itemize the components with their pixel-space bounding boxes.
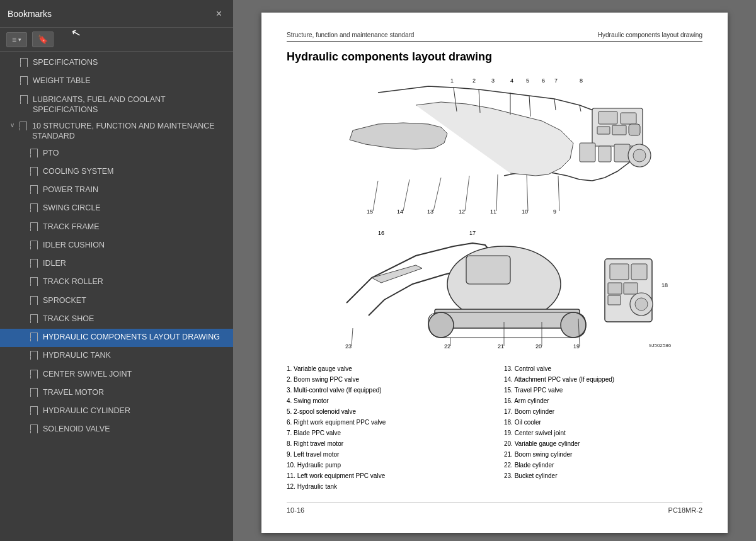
bookmark-ribbon-icon xyxy=(30,259,39,270)
svg-rect-50 xyxy=(608,283,622,294)
svg-line-24 xyxy=(580,105,581,111)
sidebar-item-cooling-system[interactable]: COOLING SYSTEM xyxy=(0,163,233,181)
legend-column-1: 1. Variable gauge valve2. Boom swing PPC… xyxy=(287,363,485,492)
svg-text:23: 23 xyxy=(345,343,352,350)
bookmark-label: HYDRAULIC TANK xyxy=(43,350,111,360)
sidebar-item-track-shoe[interactable]: TRACK SHOE xyxy=(0,310,233,329)
svg-text:9: 9 xyxy=(553,208,556,215)
svg-line-36 xyxy=(496,174,498,211)
svg-text:9J502586: 9J502586 xyxy=(649,343,672,348)
svg-line-33 xyxy=(403,179,410,211)
sidebar-close-button[interactable]: × xyxy=(212,7,226,21)
sidebar-item-track-roller[interactable]: TRACK ROLLER xyxy=(0,273,233,292)
svg-line-32 xyxy=(373,181,378,211)
svg-rect-54 xyxy=(608,295,621,305)
bookmark-label: POWER TRAIN xyxy=(43,185,98,195)
sidebar-item-hydraulic-components[interactable]: HYDRAULIC COMPONENTS LAYOUT DRAWING xyxy=(0,329,233,347)
bookmark-ribbon-icon xyxy=(30,185,39,196)
header-left: Structure, function and maintenance stan… xyxy=(287,31,414,38)
sidebar-item-power-train[interactable]: POWER TRAIN xyxy=(0,181,233,200)
bookmark-icon: 🔖 xyxy=(38,35,48,44)
bookmark-ribbon-icon xyxy=(20,76,29,88)
bookmark-label: SWING CIRCLE xyxy=(43,203,101,213)
svg-text:5: 5 xyxy=(526,77,529,84)
bookmark-ribbon-icon xyxy=(20,95,29,106)
svg-rect-14 xyxy=(580,143,595,162)
bookmark-label: TRACK ROLLER xyxy=(43,276,103,287)
sidebar-item-lubricants[interactable]: LUBRICANTS, FUEL AND COOLANT SPECIFICATI… xyxy=(0,91,233,118)
svg-text:19: 19 xyxy=(573,343,580,350)
svg-text:16: 16 xyxy=(378,230,384,236)
sidebar-toolbar: ≡ ▾ 🔖 ↖ xyxy=(0,28,233,52)
svg-text:10: 10 xyxy=(522,208,528,215)
bookmark-ribbon-icon xyxy=(30,149,39,160)
legend-item: 4. Swing motor xyxy=(287,396,485,406)
svg-text:15: 15 xyxy=(367,208,373,215)
bookmark-label: TRAVEL MOTOR xyxy=(43,387,104,397)
svg-text:14: 14 xyxy=(397,208,403,215)
svg-text:17: 17 xyxy=(469,230,476,236)
legend-item: 7. Blade PPC valve xyxy=(287,428,485,438)
bookmark-label: LUBRICANTS, FUEL AND COOLANT SPECIFICATI… xyxy=(33,94,227,115)
legend-item: 22. Blade cylinder xyxy=(504,460,702,470)
bottom-diagram: 16 17 18 xyxy=(290,227,699,353)
legend-item: 6. Right work equipment PPC valve xyxy=(287,417,485,428)
bookmark-ribbon-icon xyxy=(30,406,39,418)
svg-rect-49 xyxy=(631,264,647,280)
view-options-button[interactable]: ≡ ▾ xyxy=(6,32,27,47)
bookmark-label: CENTER SWIVEL JOINT xyxy=(43,369,132,379)
sidebar-item-idler[interactable]: IDLER xyxy=(0,255,233,273)
bookmark-label: PTO xyxy=(43,148,59,158)
svg-line-35 xyxy=(465,176,469,211)
sidebar-item-hydraulic-cylinder[interactable]: HYDRAULIC CYLINDER xyxy=(0,402,233,421)
bookmark-ribbon-icon xyxy=(20,122,28,133)
svg-rect-9 xyxy=(598,111,617,124)
bookmark-ribbon-icon xyxy=(30,222,39,234)
svg-rect-15 xyxy=(598,146,611,162)
legend-item: 16. Arm cylinder xyxy=(504,396,702,406)
bookmark-label: HYDRAULIC COMPONENTS LAYOUT DRAWING xyxy=(43,332,220,342)
sidebar-item-solenoid-valve[interactable]: SOLENOID VALVE xyxy=(0,421,233,439)
sidebar-item-structure[interactable]: ∨10 STRUCTURE, FUNCTION AND MAINTENANCE … xyxy=(0,118,233,145)
svg-point-53 xyxy=(635,298,648,310)
legend-item: 14. Attachment PPC valve (If equipped) xyxy=(504,374,702,385)
svg-text:12: 12 xyxy=(459,208,465,215)
bookmark-label: COOLING SYSTEM xyxy=(43,166,114,176)
legend-item: 5. 2-spool solenoid valve xyxy=(287,406,485,417)
sidebar-bookmark-list: SPECIFICATIONSWEIGHT TABLELUBRICANTS, FU… xyxy=(0,52,233,541)
header-right: Hydraulic components layout drawing xyxy=(598,31,702,38)
sidebar-item-sprocket[interactable]: SPROCKET xyxy=(0,292,233,310)
bookmark-label: HYDRAULIC CYLINDER xyxy=(43,406,130,416)
svg-text:20: 20 xyxy=(536,343,542,350)
svg-text:11: 11 xyxy=(490,208,496,215)
legend-item: 23. Bucket cylinder xyxy=(504,470,702,481)
sidebar-item-center-swivel-joint[interactable]: CENTER SWIVEL JOINT xyxy=(0,366,233,384)
bookmark-ribbon-icon xyxy=(30,314,39,326)
svg-line-34 xyxy=(433,178,441,211)
legend-item: 20. Variable gauge cylinder xyxy=(504,438,702,449)
sidebar-item-hydraulic-tank[interactable]: HYDRAULIC TANK xyxy=(0,347,233,365)
sidebar-item-travel-motor[interactable]: TRAVEL MOTOR xyxy=(0,384,233,402)
bookmark-label: TRACK FRAME xyxy=(43,222,100,232)
sidebar-item-track-frame[interactable]: TRACK FRAME xyxy=(0,219,233,237)
bookmark-button[interactable]: 🔖 xyxy=(32,31,54,47)
svg-rect-10 xyxy=(621,113,636,124)
bookmark-ribbon-icon xyxy=(30,333,39,344)
svg-text:18: 18 xyxy=(662,282,668,288)
diagram-area: 1 2 3 4 5 6 7 8 xyxy=(287,74,702,353)
sidebar-item-idler-cushion[interactable]: IDLER CUSHION xyxy=(0,237,233,255)
sidebar-item-pto[interactable]: PTO xyxy=(0,145,233,163)
svg-line-61 xyxy=(352,328,353,346)
bookmark-label: SPECIFICATIONS xyxy=(33,57,98,67)
bookmark-ribbon-icon xyxy=(30,388,39,399)
bookmark-ribbon-icon xyxy=(20,58,29,69)
svg-line-38 xyxy=(558,176,559,211)
legend-item: 12. Hydraulic tank xyxy=(287,481,485,492)
sidebar-item-weight-table[interactable]: WEIGHT TABLE xyxy=(0,72,233,91)
dropdown-arrow-icon: ▾ xyxy=(18,37,21,43)
bookmark-label: IDLER xyxy=(43,258,66,268)
cursor-area: ↖ xyxy=(59,32,227,47)
sidebar-item-specifications[interactable]: SPECIFICATIONS xyxy=(0,54,233,72)
sidebar-item-swing-circle[interactable]: SWING CIRCLE xyxy=(0,200,233,218)
legend-item: 19. Center swivel joint xyxy=(504,428,702,438)
